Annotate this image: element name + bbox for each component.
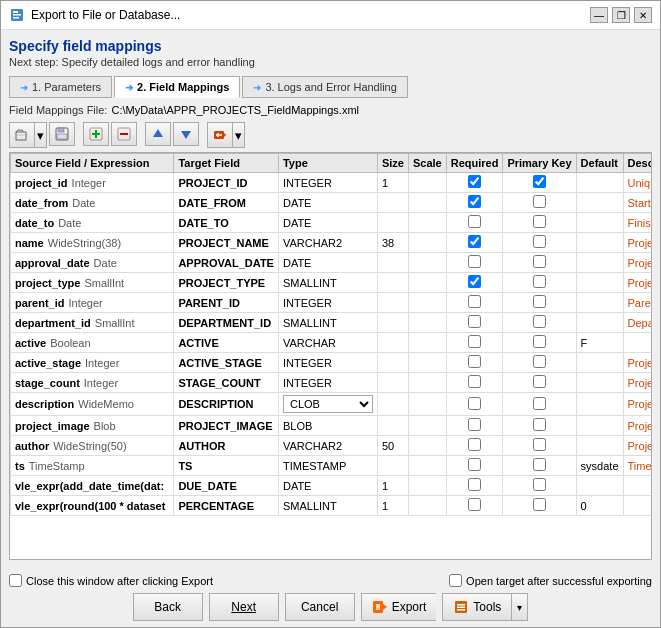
required-checkbox[interactable] [468,438,481,451]
cell-primary-key[interactable] [503,476,576,496]
open-after-export-checkbox[interactable] [449,574,462,587]
required-checkbox[interactable] [468,498,481,511]
cell-required[interactable] [446,456,503,476]
primary-key-checkbox[interactable] [533,498,546,511]
table-row[interactable]: active_stageIntegerACTIVE_STAGEINTEGERPr… [11,353,653,373]
required-checkbox[interactable] [468,175,481,188]
cell-required[interactable] [446,333,503,353]
required-checkbox[interactable] [468,375,481,388]
cell-primary-key[interactable] [503,333,576,353]
table-row[interactable]: activeBooleanACTIVEVARCHARF [11,333,653,353]
cell-primary-key[interactable] [503,173,576,193]
next-button[interactable]: Next [209,593,279,621]
cell-primary-key[interactable] [503,273,576,293]
restore-button[interactable]: ❐ [612,7,630,23]
cell-required[interactable] [446,293,503,313]
close-after-export-checkbox[interactable] [9,574,22,587]
required-checkbox[interactable] [468,275,481,288]
cell-required[interactable] [446,416,503,436]
table-row[interactable]: stage_countIntegerSTAGE_COUNTINTEGERProj… [11,373,653,393]
cell-primary-key[interactable] [503,293,576,313]
tab-logs[interactable]: ➜ 3. Logs and Error Handling [242,76,407,98]
export-button[interactable]: Export [361,593,437,621]
table-row[interactable]: project_typeSmallIntPROJECT_TYPESMALLINT… [11,273,653,293]
cell-required[interactable] [446,313,503,333]
required-checkbox[interactable] [468,215,481,228]
table-row[interactable]: descriptionWideMemoDESCRIPTIONCLOBBLOBVA… [11,393,653,416]
cell-primary-key[interactable] [503,393,576,416]
table-row[interactable]: date_toDateDATE_TODATEFinish date [11,213,653,233]
cell-primary-key[interactable] [503,353,576,373]
tab-field-mappings[interactable]: ➜ 2. Field Mappings [114,76,240,98]
table-row[interactable]: vle_expr(add_date_time(dat:DUE_DATEDATE1 [11,476,653,496]
cell-primary-key[interactable] [503,253,576,273]
cell-primary-key[interactable] [503,456,576,476]
move-up-button[interactable] [145,122,171,146]
cell-primary-key[interactable] [503,416,576,436]
primary-key-checkbox[interactable] [533,355,546,368]
primary-key-checkbox[interactable] [533,295,546,308]
cell-required[interactable] [446,233,503,253]
table-row[interactable]: tsTimeStampTSTIMESTAMPsysdateTimestamp o… [11,456,653,476]
cell-required[interactable] [446,496,503,516]
cell-required[interactable] [446,273,503,293]
required-checkbox[interactable] [468,478,481,491]
required-checkbox[interactable] [468,458,481,471]
close-after-export-label[interactable]: Close this window after clicking Export [9,574,213,587]
cell-required[interactable] [446,253,503,273]
minimize-button[interactable]: — [590,7,608,23]
table-row[interactable]: parent_idIntegerPARENT_IDINTEGERParent p… [11,293,653,313]
close-button[interactable]: ✕ [634,7,652,23]
required-checkbox[interactable] [468,255,481,268]
cell-primary-key[interactable] [503,373,576,393]
required-checkbox[interactable] [468,335,481,348]
primary-key-checkbox[interactable] [533,397,546,410]
table-row[interactable]: department_idSmallIntDEPARTMENT_IDSMALLI… [11,313,653,333]
primary-key-checkbox[interactable] [533,458,546,471]
open-after-export-label[interactable]: Open target after successful exporting [449,574,652,587]
cell-required[interactable] [446,353,503,373]
required-checkbox[interactable] [468,397,481,410]
table-row[interactable]: approval_dateDateAPPROVAL_DATEDATEProjec… [11,253,653,273]
primary-key-checkbox[interactable] [533,175,546,188]
required-checkbox[interactable] [468,355,481,368]
primary-key-checkbox[interactable] [533,478,546,491]
primary-key-checkbox[interactable] [533,375,546,388]
cell-required[interactable] [446,213,503,233]
required-checkbox[interactable] [468,315,481,328]
table-row[interactable]: vle_expr(round(100 * datasetPERCENTAGESM… [11,496,653,516]
cell-primary-key[interactable] [503,213,576,233]
move-down-button[interactable] [173,122,199,146]
primary-key-checkbox[interactable] [533,235,546,248]
cell-required[interactable] [446,393,503,416]
back-button[interactable]: Back [133,593,203,621]
save-button[interactable] [49,122,75,146]
add-button[interactable] [83,122,109,146]
tools-dropdown-button[interactable]: ▾ [511,593,528,621]
field-mappings-table[interactable]: Source Field / Expression Target Field T… [9,152,652,560]
primary-key-checkbox[interactable] [533,418,546,431]
cell-primary-key[interactable] [503,496,576,516]
cell-required[interactable] [446,373,503,393]
tab-parameters[interactable]: ➜ 1. Parameters [9,76,112,98]
table-row[interactable]: project_imageBlobPROJECT_IMAGEBLOBProjec… [11,416,653,436]
cell-required[interactable] [446,173,503,193]
import-dropdown-button[interactable]: ▾ [233,123,244,147]
cell-required[interactable] [446,193,503,213]
primary-key-checkbox[interactable] [533,438,546,451]
primary-key-checkbox[interactable] [533,315,546,328]
primary-key-checkbox[interactable] [533,275,546,288]
import-button[interactable] [208,123,233,147]
table-row[interactable]: authorWideString(50)AUTHORVARCHAR250Proj… [11,436,653,456]
cell-primary-key[interactable] [503,233,576,253]
open-dropdown-button[interactable]: ▾ [35,123,46,147]
cell-primary-key[interactable] [503,436,576,456]
cell-primary-key[interactable] [503,193,576,213]
primary-key-checkbox[interactable] [533,255,546,268]
cancel-button[interactable]: Cancel [285,593,355,621]
cell-required[interactable] [446,476,503,496]
primary-key-checkbox[interactable] [533,335,546,348]
primary-key-checkbox[interactable] [533,215,546,228]
open-button[interactable] [10,123,35,147]
tools-button[interactable]: Tools [442,593,511,621]
